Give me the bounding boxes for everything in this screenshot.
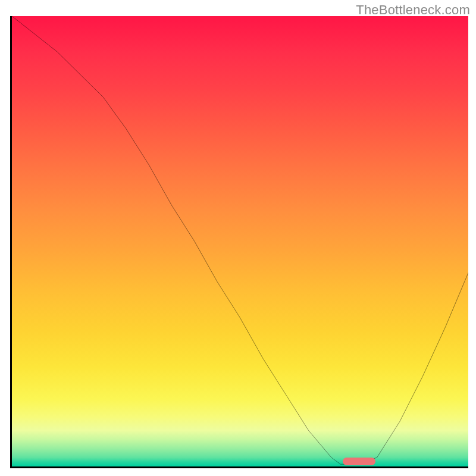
chart-frame: TheBottleneck.com bbox=[0, 0, 476, 476]
optimal-range-marker bbox=[343, 458, 375, 465]
plot-area bbox=[10, 16, 468, 468]
bottleneck-curve bbox=[12, 16, 468, 466]
